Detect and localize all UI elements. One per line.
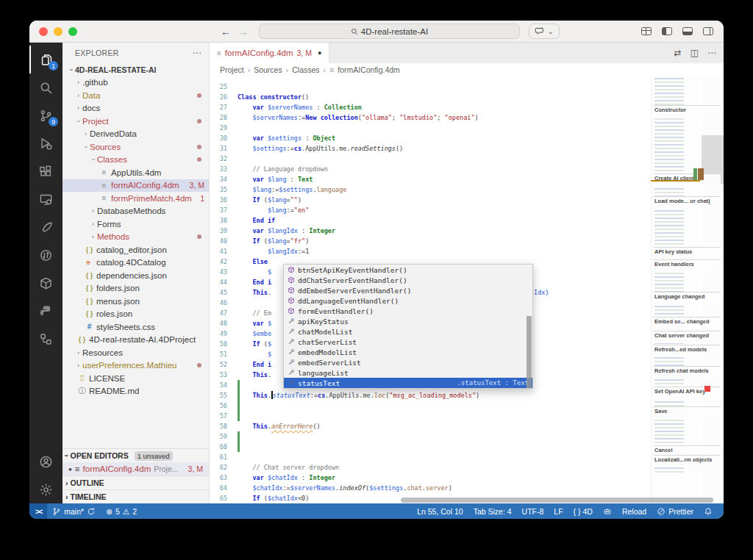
command-center-search[interactable]: 4D-real-restate-AI (259, 24, 520, 39)
toggle-panel-icon[interactable] (682, 27, 693, 35)
minimap-section-label[interactable]: Localizati...rm objects (653, 455, 721, 467)
code-line[interactable]: 61 (210, 452, 724, 462)
code-line[interactable]: 40 If ($lang="fr") (210, 236, 724, 246)
code-line[interactable]: 57 (210, 411, 724, 421)
tree-item[interactable]: ᯤcatalog.4DCatalog (63, 256, 209, 270)
code-line[interactable]: 32 (210, 154, 724, 164)
breadcrumb-item[interactable]: Project (220, 65, 244, 74)
tree-item[interactable]: { }dependencies.json (63, 269, 209, 282)
activity-python-icon[interactable] (29, 297, 63, 325)
autocomplete-item[interactable]: formEventHandler() (284, 306, 532, 316)
minimap-section-label[interactable]: Refresh...ed models (653, 345, 721, 357)
close-window-button[interactable] (39, 27, 48, 36)
status-item-tab-size-4[interactable]: Tab Size: 4 (468, 507, 517, 516)
minimap-section-label[interactable]: Refresh chat models (653, 366, 721, 378)
tree-item[interactable]: ›Data (63, 89, 209, 102)
tree-item[interactable]: { }folders.json (63, 282, 209, 295)
dirty-dot-icon[interactable]: ● (318, 49, 321, 57)
code-line[interactable]: 33 // Language dropdown (210, 164, 724, 174)
customize-layout-icon[interactable] (641, 27, 652, 35)
autocomplete-item[interactable]: ddChatServerEventHandler() (284, 275, 532, 285)
tree-item[interactable]: ›docs (63, 102, 209, 115)
dirty-dot-icon[interactable]: ● (68, 466, 72, 473)
tree-item[interactable]: ♖LICENSE (63, 372, 209, 385)
minimap-section-label[interactable]: Set OpenAI API key (653, 387, 721, 399)
code-line[interactable]: 59 (210, 431, 724, 442)
code-line[interactable]: 29 (210, 123, 724, 133)
tree-item[interactable]: ›.github (63, 76, 209, 90)
tree-item[interactable]: ≡formPrimeMatch.4dm1 (63, 192, 209, 205)
horizontal-scrollbar[interactable] (401, 498, 713, 503)
activity-run-debug-icon[interactable] (29, 129, 63, 157)
breadcrumb-file[interactable]: formAIConfig.4dm (338, 65, 400, 74)
breadcrumb-item[interactable]: Classes (292, 65, 319, 74)
toggle-primary-sidebar-icon[interactable] (662, 27, 672, 35)
code-line[interactable]: 30 var $settings : Object (210, 133, 724, 143)
autocomplete-item[interactable]: ddLanguageEventHandler() (284, 295, 532, 306)
back-icon[interactable]: ← (221, 26, 231, 37)
autocomplete-item[interactable]: chatModelList (284, 326, 532, 337)
tree-item[interactable]: ›Forms (63, 218, 209, 231)
status-item-utf-8[interactable]: UTF-8 (517, 507, 549, 516)
minimap[interactable]: ConstructorCreate AI clientLoad mode... … (651, 76, 700, 503)
code-line[interactable]: 28 $serverNames:=New collection("ollama"… (210, 112, 724, 123)
status-item-prettier[interactable]: Prettier (652, 507, 699, 516)
autocomplete-item[interactable]: languageList (284, 367, 532, 378)
code-line[interactable]: 35 $lang:=$settings.language (210, 184, 724, 195)
tree-item[interactable]: ›DerivedData (63, 128, 209, 141)
tree-item[interactable]: ›DatabaseMethods (63, 205, 209, 218)
activity-explorer-icon[interactable]: 1 (29, 46, 63, 73)
activity-search-icon[interactable] (29, 73, 63, 101)
open-editors-section[interactable]: › OPEN EDITORS 1 unsaved (63, 449, 209, 462)
tree-item[interactable]: ›Classes (63, 154, 209, 167)
code-line[interactable]: 26Class constructor() (210, 92, 724, 102)
code-line[interactable]: 39 var $langIdx : Integer (210, 226, 724, 236)
tab-formaiconfig[interactable]: ≡ formAIConfig.4dm 3, M ● (210, 43, 329, 63)
code-line[interactable]: 62 // Chat server dropdown (210, 462, 724, 473)
minimap-section-label[interactable]: Chat server changed (653, 331, 721, 343)
status-item-robot[interactable] (598, 507, 617, 516)
code-line[interactable]: 58 This.anErrorHere() (210, 421, 724, 431)
problems-status[interactable]: ⊗ 5 ⚠ 2 (101, 507, 142, 516)
autocomplete-item[interactable]: embedServerList (284, 357, 532, 367)
tree-item[interactable]: ⓘREADME.md (63, 385, 209, 398)
tree-item[interactable]: ›Sources (63, 140, 209, 154)
tree-root[interactable]: ›4D-REAL-RESTATE-AI (63, 63, 209, 76)
activity-circled-arrows-icon[interactable] (29, 241, 63, 269)
code-line[interactable]: 36 If ($lang="") (210, 195, 724, 205)
activity-remote-explorer-icon[interactable] (29, 185, 63, 213)
status-item-lf[interactable]: LF (549, 507, 568, 516)
minimap-section-label[interactable]: Save (653, 406, 721, 419)
tree-item[interactable]: ›Resources (63, 346, 209, 359)
activity-source-control-icon[interactable]: 9 (29, 101, 63, 129)
copilot-chat-button[interactable]: ⌄ (529, 24, 560, 39)
remote-indicator[interactable]: >< (29, 503, 47, 519)
tree-item[interactable]: { }catalog_editor.json (63, 243, 209, 256)
tree-item[interactable]: ›Methods (63, 231, 209, 244)
code-line[interactable]: 60 (210, 442, 724, 452)
tree-item[interactable]: ≡AppUtils.4dm (63, 166, 209, 179)
open-changes-icon[interactable]: ⇄ (674, 48, 682, 58)
explorer-more-icon[interactable]: ⋯ (193, 48, 201, 58)
more-actions-icon[interactable]: ⋯ (707, 48, 716, 58)
popup-scrollbar[interactable] (527, 316, 532, 388)
activity-account-icon[interactable] (29, 448, 63, 475)
autocomplete-item[interactable]: chatServerList (284, 337, 532, 347)
activity-settings-icon[interactable] (29, 475, 63, 503)
minimap-section-label[interactable]: Constructor (653, 105, 721, 118)
forward-icon[interactable]: → (238, 26, 249, 37)
activity-extensions-icon[interactable] (29, 157, 63, 185)
status-item-bell[interactable] (699, 507, 718, 516)
activity-paintbrush-icon[interactable] (29, 213, 63, 241)
status-item-ln-55-col-10[interactable]: Ln 55, Col 10 (412, 507, 468, 516)
minimap-section-label[interactable]: Embed se... changed (653, 317, 721, 329)
minimap-section-label[interactable]: Event handlers (653, 259, 721, 272)
activity-package-icon[interactable] (29, 269, 63, 297)
autocomplete-item[interactable]: statusText.statusText : Text (284, 378, 532, 388)
autocomplete-item[interactable]: btnSetApiKeyEventHandler() (284, 265, 532, 275)
zoom-window-button[interactable] (68, 27, 77, 36)
minimap-section-label[interactable]: API key status (653, 247, 721, 259)
split-editor-icon[interactable]: ◫ (690, 48, 699, 58)
code-line[interactable]: 41 $langIdx:=1 (210, 246, 724, 256)
breadcrumb-item[interactable]: Sources (254, 65, 282, 74)
